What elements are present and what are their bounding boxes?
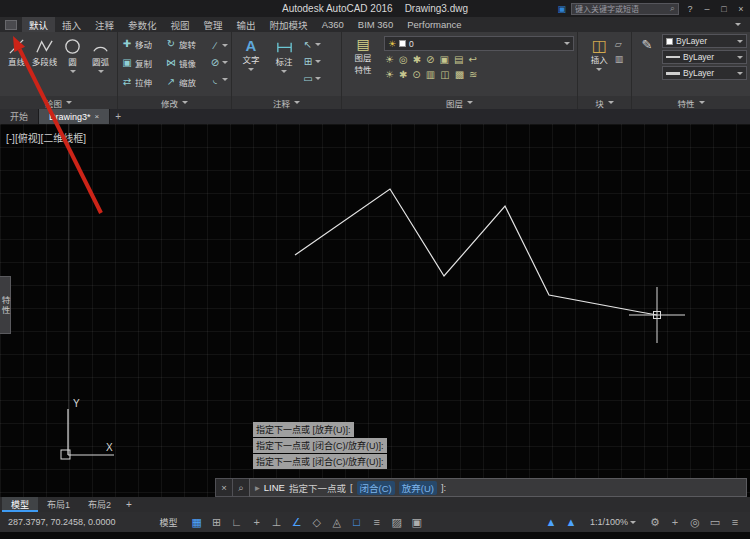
a360-icon[interactable]: ▣ [557,4,566,14]
ribbon-display-toggle[interactable] [726,17,750,32]
model-tab[interactable]: 模型 [2,497,38,512]
ribbon-tab-insert[interactable]: 插入 [55,17,88,32]
minimize-icon[interactable]: – [701,4,713,14]
change-to-current-layer-icon[interactable]: ▥ [426,69,435,80]
trim-icon[interactable]: ∕ [209,38,228,52]
layer-off-icon[interactable]: ☀ [385,54,394,65]
object-snap-tracking-icon[interactable]: ◬ [330,516,344,529]
block-panel-footer[interactable]: 块 [578,96,631,109]
grid-icon[interactable]: ▦ [190,516,204,529]
model-space-button[interactable]: 模型 [160,516,178,529]
recent-commands-icon[interactable]: ▸ [255,482,260,493]
maximize-icon[interactable]: □ [718,4,730,14]
annotation-autoscale-icon[interactable]: ▲ [564,516,578,528]
ribbon-tab-performance[interactable]: Performance [400,17,468,32]
new-drawing-tab-button[interactable]: + [110,109,126,124]
layer-unlock-icon[interactable]: ⊙ [412,69,420,80]
leader-icon[interactable]: ↖ [302,37,321,51]
layer-previous-icon[interactable]: ↩ [468,54,476,65]
drawing-tab[interactable]: Drawing3* × [39,109,110,124]
move-button[interactable]: ✚移动 [121,35,163,52]
layer-isolate-icon[interactable]: ◎ [399,54,408,65]
insert-block-button[interactable]: ◫ 插入 [586,34,613,96]
option-close-button[interactable]: 闭合(C) [357,481,395,495]
ribbon-tab-view[interactable]: 视图 [164,17,197,32]
isolate-objects-icon[interactable]: ◎ [688,516,702,529]
help-search-box[interactable]: 键入关键字或短语 ⌕ [571,3,679,15]
annotation-scale-button[interactable]: 1:1/100% [590,517,636,527]
annotation-visibility-icon[interactable]: ▲ [544,516,558,528]
help-icon[interactable]: ? [684,4,696,14]
annotate-panel-footer[interactable]: 注释 [232,96,341,109]
draw-panel-footer[interactable]: 绘图 [0,96,117,109]
command-search-icon[interactable]: ⌕ [232,478,249,497]
layer-properties-button[interactable]: ▤ 图层 特性 [345,34,381,96]
layout2-tab[interactable]: 布局2 [79,497,120,512]
tab-close-icon[interactable]: × [95,112,100,121]
scale-button[interactable]: ↗缩放 [165,73,207,90]
linetype-dropdown[interactable]: ByLayer [662,50,747,64]
copy-to-new-layer-icon[interactable]: ◫ [440,69,449,80]
object-snap-icon[interactable]: □ [350,516,364,528]
edit-block-icon[interactable]: ▥ [615,54,624,64]
polyline-tool-button[interactable]: 多段线 [31,34,58,96]
fillet-icon[interactable]: ◟ [209,72,228,86]
app-menu-icon[interactable] [5,20,17,30]
ribbon-tab-parametric[interactable]: 参数化 [121,17,164,32]
layers-panel-footer[interactable]: 图层 [342,96,577,109]
customization-icon[interactable]: ≡ [728,516,742,528]
arc-tool-button[interactable]: 圆弧 [87,34,114,96]
polar-tracking-icon[interactable]: ∠ [290,516,304,529]
properties-panel-footer[interactable]: 特性 [632,96,750,109]
make-current-layer-icon[interactable]: ▣ [439,54,448,65]
mirror-button[interactable]: ⋈镜像 [165,54,207,71]
annotation-monitor-icon[interactable]: + [668,516,682,528]
start-tab[interactable]: 开始 [0,109,39,124]
layer-freeze-icon[interactable]: ✱ [413,54,421,65]
thaw-all-layers-icon[interactable]: ✱ [399,69,407,80]
option-undo-button[interactable]: 放弃(U) [399,481,437,495]
command-input[interactable]: ▸ LINE 指定下一点或 [ 闭合(C) 放弃(U) ]: [249,478,747,497]
ribbon-tab-bim360[interactable]: BIM 360 [351,17,400,32]
clean-screen-icon[interactable]: ▭ [708,516,722,529]
line-tool-button[interactable]: 直线 [3,34,30,96]
infer-constraints-icon[interactable]: ∟ [230,516,244,528]
object-color-dropdown[interactable]: ByLayer [662,34,747,48]
copy-button[interactable]: ▣复制 [121,54,163,71]
properties-palette-tab[interactable]: 特性 [0,276,11,334]
close-icon[interactable]: × [735,4,747,14]
selection-cycling-icon[interactable]: ▣ [410,516,424,529]
ribbon-tab-manage[interactable]: 管理 [197,17,230,32]
ribbon-tab-a360[interactable]: A360 [315,17,351,32]
create-block-icon[interactable]: ▱ [615,39,624,49]
dimension-tool-button[interactable]: 标注 [269,34,299,96]
layer-select-dropdown[interactable]: ☀ 0 [384,36,574,51]
new-layout-button[interactable]: + [120,497,138,512]
lineweight-dropdown[interactable]: ByLayer [662,66,747,80]
isometric-drafting-icon[interactable]: ◇ [310,516,324,529]
layout1-tab[interactable]: 布局1 [38,497,79,512]
workspace-switching-icon[interactable]: ⚙ [648,516,662,529]
drawing-area[interactable]: [-][俯视][二维线框] 特性 指定下一点或 [放弃(U)]:指定下一点或 [… [0,124,750,497]
text-tool-button[interactable]: A 文字 [236,34,266,96]
ortho-mode-icon[interactable]: ⊥ [270,516,284,529]
rotate-button[interactable]: ↻旋转 [165,35,207,52]
snap-mode-icon[interactable]: ⊞ [210,516,224,529]
transparency-icon[interactable]: ▨ [390,516,404,529]
layer-fade-icon[interactable]: ≋ [469,69,477,80]
ribbon-tab-annotate[interactable]: 注释 [88,17,121,32]
layer-match-icon[interactable]: ▤ [454,54,463,65]
layer-lock-icon[interactable]: ⊘ [426,54,434,65]
circle-tool-button[interactable]: 圆 [59,34,86,96]
lineweight-icon[interactable]: ≡ [370,516,384,528]
turn-all-layers-on-icon[interactable]: ☀ [385,69,394,80]
viewport-controls[interactable]: [-][俯视][二维线框] [6,130,86,145]
ribbon-tab-output[interactable]: 输出 [230,17,263,32]
table-icon[interactable]: ⊞ [302,54,321,68]
ribbon-tab-addins[interactable]: 附加模块 [263,17,315,32]
text-style-icon[interactable]: ▭ [302,71,321,85]
dynamic-input-icon[interactable]: + [250,516,264,528]
layer-walk-icon[interactable]: ▩ [455,69,464,80]
modify-panel-footer[interactable]: 修改 [118,96,231,109]
match-properties-button[interactable]: ✎ [635,34,659,96]
